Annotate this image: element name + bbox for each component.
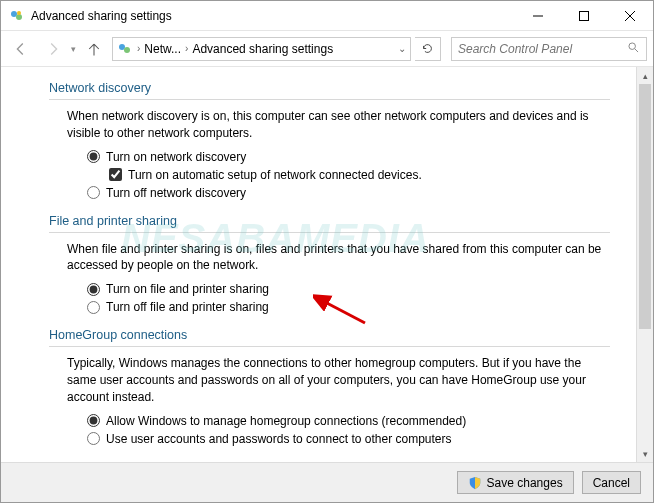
cancel-button[interactable]: Cancel bbox=[582, 471, 641, 494]
search-box[interactable] bbox=[451, 37, 647, 61]
section-desc: Typically, Windows manages the connectio… bbox=[67, 355, 610, 405]
back-button[interactable] bbox=[7, 37, 35, 61]
svg-point-2 bbox=[17, 11, 21, 15]
breadcrumb-item[interactable]: Advanced sharing settings bbox=[192, 42, 333, 56]
svg-point-8 bbox=[124, 47, 130, 53]
radio-file-printer-off[interactable]: Turn off file and printer sharing bbox=[87, 300, 610, 314]
refresh-button[interactable] bbox=[415, 37, 441, 61]
divider bbox=[49, 346, 610, 347]
scroll-thumb[interactable] bbox=[639, 84, 651, 329]
search-input[interactable] bbox=[458, 42, 627, 56]
section-title-homegroup: HomeGroup connections bbox=[49, 328, 610, 342]
minimize-button[interactable] bbox=[515, 1, 561, 30]
content-area: Network discovery When network discovery… bbox=[1, 67, 636, 462]
divider bbox=[49, 232, 610, 233]
history-dropdown[interactable]: ▾ bbox=[71, 44, 76, 54]
address-bar[interactable]: › Netw... › Advanced sharing settings ⌄ bbox=[112, 37, 411, 61]
scroll-down-icon[interactable]: ▾ bbox=[637, 445, 653, 462]
chevron-down-icon[interactable]: ⌄ bbox=[398, 43, 406, 54]
scroll-up-icon[interactable]: ▴ bbox=[637, 67, 653, 84]
section-title-file-printer: File and printer sharing bbox=[49, 214, 610, 228]
svg-point-0 bbox=[11, 11, 17, 17]
svg-line-10 bbox=[635, 48, 638, 51]
footer: Save changes Cancel bbox=[1, 462, 653, 502]
forward-button[interactable] bbox=[39, 37, 67, 61]
shield-icon bbox=[468, 476, 482, 490]
radio-network-discovery-off[interactable]: Turn off network discovery bbox=[87, 186, 610, 200]
radio-network-discovery-on[interactable]: Turn on network discovery bbox=[87, 150, 610, 164]
svg-rect-4 bbox=[580, 11, 589, 20]
titlebar: Advanced sharing settings bbox=[1, 1, 653, 31]
scroll-track[interactable] bbox=[637, 84, 653, 445]
breadcrumb-item[interactable]: Netw... bbox=[144, 42, 181, 56]
window-controls bbox=[515, 1, 653, 30]
close-button[interactable] bbox=[607, 1, 653, 30]
up-button[interactable] bbox=[80, 37, 108, 61]
radio-homegroup-allow[interactable]: Allow Windows to manage homegroup connec… bbox=[87, 414, 610, 428]
svg-point-9 bbox=[629, 42, 636, 49]
section-desc: When network discovery is on, this compu… bbox=[67, 108, 610, 142]
window-title: Advanced sharing settings bbox=[31, 9, 515, 23]
save-changes-button[interactable]: Save changes bbox=[457, 471, 574, 494]
chevron-right-icon: › bbox=[137, 43, 140, 54]
radio-file-printer-on[interactable]: Turn on file and printer sharing bbox=[87, 282, 610, 296]
search-icon[interactable] bbox=[627, 41, 640, 57]
section-title-network-discovery: Network discovery bbox=[49, 81, 610, 95]
control-panel-icon bbox=[9, 8, 25, 24]
divider bbox=[49, 99, 610, 100]
section-desc: When file and printer sharing is on, fil… bbox=[67, 241, 610, 275]
vertical-scrollbar[interactable]: ▴ ▾ bbox=[636, 67, 653, 462]
radio-homegroup-user[interactable]: Use user accounts and passwords to conne… bbox=[87, 432, 610, 446]
chevron-right-icon: › bbox=[185, 43, 188, 54]
checkbox-auto-setup[interactable]: Turn on automatic setup of network conne… bbox=[109, 168, 610, 182]
navbar: ▾ › Netw... › Advanced sharing settings … bbox=[1, 31, 653, 67]
svg-point-7 bbox=[119, 44, 125, 50]
control-panel-icon bbox=[117, 41, 133, 57]
maximize-button[interactable] bbox=[561, 1, 607, 30]
